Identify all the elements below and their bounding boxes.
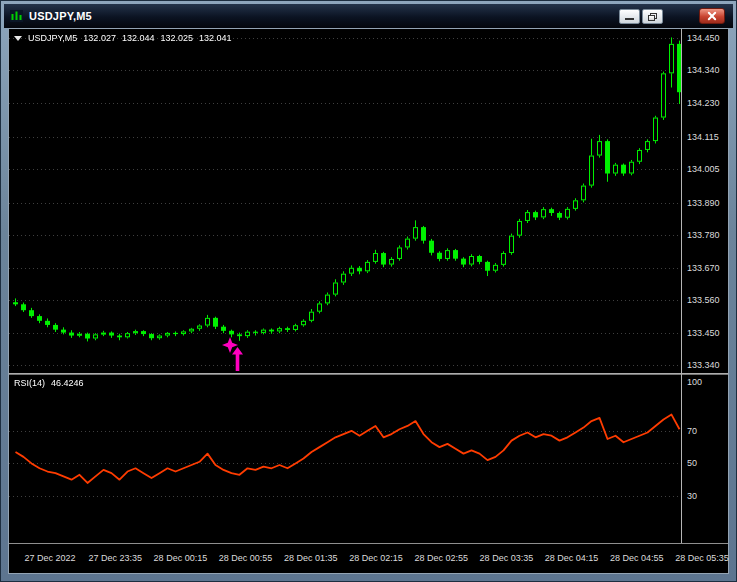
rsi-indicator-label: RSI(14) 46.4246 (14, 378, 84, 388)
price-scale-label: 133.780 (687, 230, 720, 240)
rsi-scale-label: 50 (687, 458, 697, 468)
time-axis-label: 27 Dec 2022 (24, 553, 75, 563)
price-scale-label: 134.005 (687, 164, 720, 174)
time-axis-label: 28 Dec 00:15 (154, 553, 208, 563)
minimize-button[interactable] (619, 9, 640, 24)
time-axis-label: 28 Dec 03:35 (480, 553, 534, 563)
chart-window: USDJPY,M5 USDJPY,M5 132.027 132.044 132.… (0, 0, 737, 582)
rsi-panel: RSI(14) 46.4246 (9, 375, 728, 543)
title-bar[interactable]: USDJPY,M5 (4, 4, 733, 28)
minimize-icon (625, 18, 634, 20)
main-chart-panel: USDJPY,M5 132.027 132.044 132.025 132.04… (9, 29, 728, 373)
time-axis-label: 28 Dec 01:35 (284, 553, 338, 563)
window-controls (617, 8, 727, 24)
symbol-label: USDJPY,M5 (28, 33, 77, 43)
window-title: USDJPY,M5 (29, 10, 92, 22)
rsi-scale-label: 30 (687, 491, 697, 501)
price-scale-label: 134.340 (687, 65, 720, 75)
time-axis-label: 28 Dec 00:55 (219, 553, 273, 563)
rsi-scale-label: 100 (687, 377, 702, 387)
price-scale-label: 133.670 (687, 263, 720, 273)
trade-up-arrow-marker[interactable] (231, 347, 244, 371)
time-axis-label: 28 Dec 02:55 (414, 553, 468, 563)
rsi-scale-label: 70 (687, 426, 697, 436)
price-scale-label: 134.230 (687, 98, 720, 108)
close-button[interactable] (699, 8, 725, 24)
chart-icon (10, 10, 23, 22)
price-scale-label: 133.890 (687, 198, 720, 208)
restore-button[interactable] (642, 9, 663, 24)
time-axis-label: 28 Dec 02:15 (349, 553, 403, 563)
time-axis-label: 28 Dec 04:55 (610, 553, 664, 563)
time-axis-label: 28 Dec 05:35 (675, 553, 729, 563)
close-icon (700, 9, 724, 23)
open-value: 132.027 (83, 33, 116, 43)
rsi-name: RSI(14) (14, 378, 45, 388)
time-axis-label: 28 Dec 04:15 (545, 553, 599, 563)
symbol-ohlc-line: USDJPY,M5 132.027 132.044 132.025 132.04… (14, 33, 232, 43)
price-scale-label: 134.450 (687, 33, 720, 43)
price-scale-label: 133.450 (687, 328, 720, 338)
candlestick-chart-canvas[interactable] (9, 29, 681, 373)
rsi-current-value: 46.4246 (51, 378, 84, 388)
collapse-triangle-icon[interactable] (14, 36, 22, 41)
time-axis[interactable]: 27 Dec 202227 Dec 23:3528 Dec 00:1528 De… (9, 544, 728, 575)
close-value: 132.041 (199, 33, 232, 43)
price-scale-label: 133.560 (687, 295, 720, 305)
rsi-chart-canvas[interactable] (9, 375, 681, 543)
restore-icon (648, 13, 657, 21)
price-scale-label: 133.340 (687, 360, 720, 370)
price-axis[interactable]: 134.450134.340134.230134.115134.005133.8… (681, 29, 728, 543)
high-value: 132.044 (122, 33, 155, 43)
low-value: 132.025 (160, 33, 193, 43)
time-axis-label: 27 Dec 23:35 (88, 553, 142, 563)
chart-client-area: USDJPY,M5 132.027 132.044 132.025 132.04… (9, 29, 728, 573)
price-scale-label: 134.115 (687, 132, 719, 142)
